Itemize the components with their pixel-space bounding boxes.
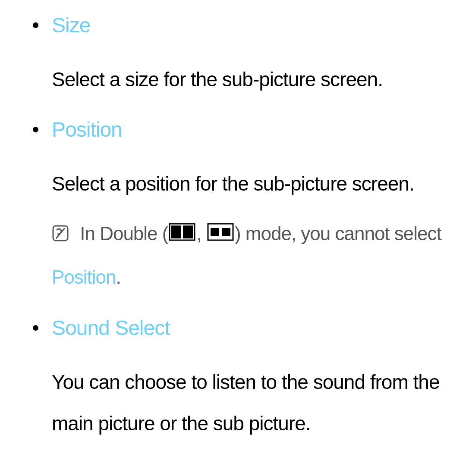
note-text-part: ) mode, you cannot select [235,223,441,244]
list-item: Size Select a size for the sub-picture s… [22,13,453,100]
item-body: Select a position for the sub-picture sc… [52,163,453,205]
double-mode-small-icon [207,214,234,256]
note-text-part: In Double ( [80,223,168,244]
note-position-link: Position [52,266,116,288]
note-icon [52,215,69,257]
svg-rect-2 [171,225,181,238]
svg-rect-3 [183,225,193,238]
svg-rect-5 [211,228,219,236]
item-note: In Double ( , ) mode, you cannot sele [52,213,453,298]
list-item: Sound Select You can choose to listen to… [22,316,453,445]
item-body: You can choose to listen to the sound fr… [52,361,453,445]
double-mode-large-icon [169,214,195,256]
svg-rect-6 [222,228,230,236]
item-title: Size [52,13,453,38]
note-text: In Double ( , ) mode, you cannot sele [52,223,441,288]
feature-list: Size Select a size for the sub-picture s… [22,13,453,445]
document-page: Size Select a size for the sub-picture s… [0,0,466,475]
list-item: Position Select a position for the sub-p… [22,117,453,298]
note-text-part: , [196,223,206,244]
item-body: Select a size for the sub-picture screen… [52,59,453,100]
note-text-part: . [116,266,121,288]
item-title: Position [52,117,453,142]
item-title: Sound Select [52,316,453,341]
